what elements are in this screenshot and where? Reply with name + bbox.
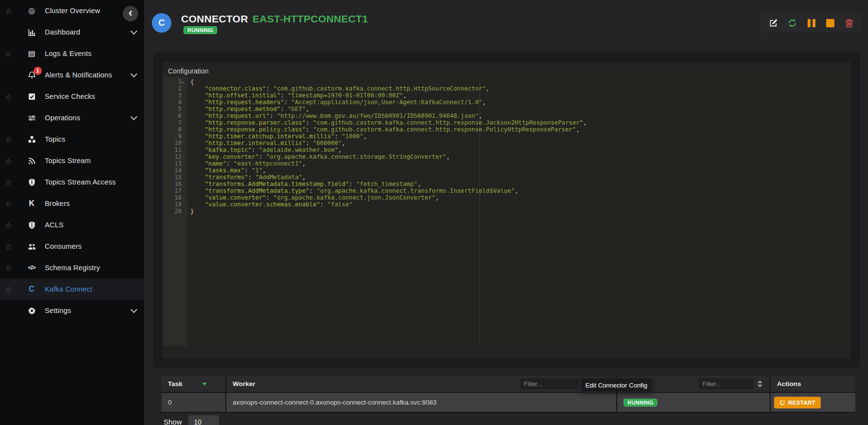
restart-connector-button[interactable] <box>786 17 799 29</box>
sidebar-item-label: ACLS <box>45 221 64 229</box>
sidebar-collapse-button[interactable]: ‹ <box>123 6 138 21</box>
star-icon[interactable]: ☆ <box>5 242 18 251</box>
line-number: 20 <box>163 208 187 215</box>
column-header-worker[interactable]: Worker <box>226 376 617 393</box>
code-line: 12 "key.converter": "org.apache.kafka.co… <box>163 153 850 160</box>
sidebar-item-label: Operations <box>45 114 80 122</box>
code-line: 8 "http.response.policy.class": "com.git… <box>163 126 850 133</box>
code-line: 10 "http.timer.interval.millis": "600000… <box>163 140 850 147</box>
task-status-cell: RUNNING <box>617 393 771 413</box>
star-icon[interactable]: ☆ <box>5 92 18 101</box>
chevron-down-icon <box>130 28 137 35</box>
code-line: 6 "http.request.url": "http://www.bom.go… <box>163 112 850 119</box>
stop-icon <box>826 19 834 27</box>
sidebar-item-topics[interactable]: ☆Topics <box>0 129 144 150</box>
stop-connector-button[interactable] <box>824 17 837 29</box>
logs-icon: ▤ <box>26 49 37 58</box>
edit-icon <box>769 18 778 28</box>
sidebar-item-brokers[interactable]: ☆KBrokers <box>0 193 144 214</box>
star-icon[interactable]: ☆ <box>5 285 18 294</box>
star-icon[interactable]: ☆ <box>5 199 18 208</box>
star-icon[interactable]: ☆ <box>5 178 18 187</box>
sidebar-item-acls[interactable]: ☆ACLS <box>0 214 144 236</box>
sidebar-item-label: Logs & Events <box>45 50 92 57</box>
sidebar-item-schema-registry[interactable]: ☆</>Schema Registry <box>0 257 144 278</box>
line-number: 18 <box>163 194 187 201</box>
chevron-down-icon <box>130 306 137 313</box>
code-line: 15 "transforms": "AddMetadata", <box>163 174 850 181</box>
sidebar-item-cluster-overview[interactable]: ☆◎Cluster Overview <box>0 0 144 21</box>
sidebar-item-dashboard[interactable]: Dashboard <box>0 21 144 43</box>
star-icon[interactable]: ☆ <box>5 49 18 58</box>
star-icon[interactable]: ☆ <box>5 221 18 230</box>
tasks-table-header-row: Task Worker Actions <box>162 376 855 393</box>
code-line: 19 "value.converter.schemas.enable": "fa… <box>163 201 850 208</box>
edit-connector-button[interactable] <box>767 17 780 29</box>
line-number: 19 <box>163 201 187 208</box>
star-icon[interactable]: ☆ <box>5 156 18 166</box>
star-icon[interactable]: ☆ <box>5 263 18 273</box>
letter-k-icon: K <box>26 199 37 208</box>
bar-chart-icon <box>26 28 37 37</box>
sidebar-item-logs-events[interactable]: ☆▤Logs & Events <box>0 43 144 64</box>
code-line: 3 "http.offset.initial": "timestamp=1970… <box>163 92 850 99</box>
task-status-badge: RUNNING <box>624 399 657 407</box>
sort-desc-icon <box>202 383 207 386</box>
sidebar-item-service-checks[interactable]: ☆Service Checks <box>0 86 144 107</box>
code-line: 14 "tasks.max": "1", <box>163 167 850 174</box>
line-number: 16 <box>163 181 187 187</box>
restart-task-button[interactable]: RESTART <box>774 397 821 408</box>
gear-icon <box>26 306 37 315</box>
delete-connector-button[interactable] <box>843 17 856 29</box>
star-icon[interactable]: ☆ <box>5 135 18 144</box>
line-number: 17 <box>163 187 187 194</box>
code-line: 17 "transforms.AddMetadata.type": "org.a… <box>163 187 850 194</box>
status-filter-input[interactable] <box>699 378 754 389</box>
trash-icon <box>845 18 854 28</box>
code-line: 1▾{ <box>163 78 850 85</box>
pagination-bar: Show <box>164 415 219 425</box>
line-number: 10 <box>163 140 187 147</box>
code-line: 7 "http.response.parser.class": "com.git… <box>163 119 850 126</box>
line-number: 9 <box>163 133 187 140</box>
column-header-task[interactable]: Task <box>162 376 226 393</box>
code-line: 9 "http.timer.catchup.interval.millis": … <box>163 133 850 140</box>
sidebar-item-settings[interactable]: Settings <box>0 300 144 321</box>
code-line: 20} <box>163 208 850 215</box>
status-badge: RUNNING <box>184 26 217 34</box>
fold-arrow-icon[interactable]: ▾ <box>182 79 184 86</box>
task-id-cell: 0 <box>162 393 226 413</box>
worker-cell: axonops-connect-connect-0.axonops-connec… <box>226 393 617 413</box>
editor-lines: 1▾{2 "connector.class": "com.github.cast… <box>163 78 850 215</box>
sidebar-item-label: Alerts & Notifications <box>45 71 112 79</box>
sidebar-item-operations[interactable]: Operations <box>0 107 144 129</box>
line-number: 8 <box>163 126 187 133</box>
chevron-down-icon <box>130 113 137 120</box>
pause-connector-button[interactable] <box>805 17 818 29</box>
show-label: Show <box>164 418 182 425</box>
line-number: 12 <box>163 153 187 160</box>
worker-filter-input[interactable] <box>520 378 578 389</box>
sidebar-item-consumers[interactable]: ☆Consumers <box>0 236 144 257</box>
sliders-icon <box>26 113 37 122</box>
task-actions-cell: RESTART <box>771 393 855 413</box>
sort-icon[interactable] <box>757 380 762 388</box>
line-number: 4 <box>163 99 187 106</box>
sidebar-nav: ☆◎Cluster OverviewDashboard☆▤Logs & Even… <box>0 0 144 425</box>
sidebar-item-topics-stream[interactable]: ☆Topics Stream <box>0 150 144 171</box>
star-icon[interactable]: ☆ <box>5 6 18 16</box>
page-size-input[interactable] <box>188 415 219 425</box>
sidebar-item-label: Service Checks <box>45 92 95 100</box>
sidebar-item-alerts-notifications[interactable]: 1Alerts & Notifications <box>0 64 144 86</box>
code-icon: </> <box>26 263 37 272</box>
config-json-editor[interactable]: 1▾{2 "connector.class": "com.github.cast… <box>163 77 850 346</box>
line-number: 5 <box>163 106 187 112</box>
main-content: C CONNECTOREAST-HTTPCONNECT1 RUNNING <box>144 0 868 425</box>
tasks-table-body: 0axonops-connect-connect-0.axonops-conne… <box>162 393 855 413</box>
sidebar-item-topics-stream-access[interactable]: ☆Topics Stream Access <box>0 171 144 193</box>
letter-c-icon: C <box>26 285 37 294</box>
sidebar-item-kafka-connect[interactable]: ☆CKafka Connect <box>0 278 144 300</box>
tasks-table: Task Worker Actions 0axonops-connect-con… <box>162 376 855 413</box>
sidebar-item-label: Topics Stream <box>45 157 91 165</box>
shield-icon <box>26 221 37 229</box>
